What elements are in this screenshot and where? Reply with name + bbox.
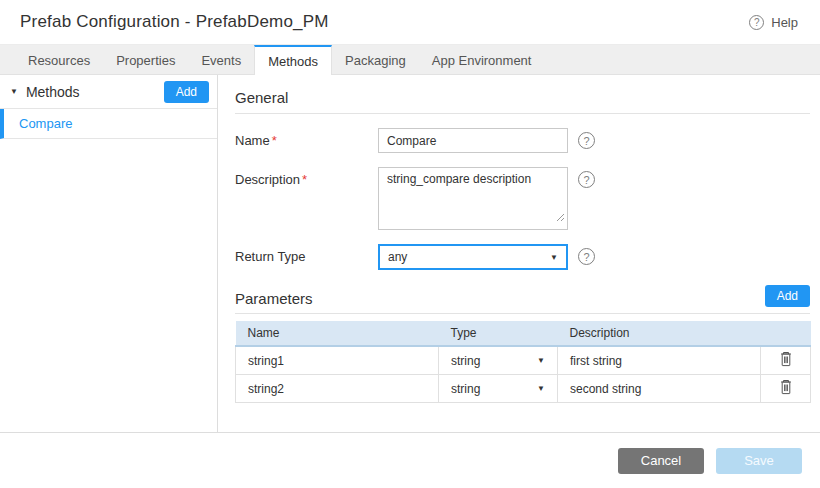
param-description-cell[interactable]: first string [558,346,761,375]
parameters-section-title: Parameters [235,290,313,307]
title-bar: Prefab Configuration - PrefabDemo_PM ? H… [0,0,820,45]
name-field-row: Name* ? [235,128,810,153]
table-row: string2 string ▼ second string [236,375,811,403]
tab-methods[interactable]: Methods [254,45,332,75]
help-button[interactable]: ? Help [749,15,798,30]
method-detail-panel: General Name* ? Description* string_comp… [218,75,820,432]
param-type-value: string [451,382,480,396]
name-help-icon[interactable]: ? [578,132,595,149]
param-type-select[interactable]: string ▼ [451,354,545,368]
sidebar-item-compare[interactable]: Compare [0,109,217,139]
page-title: Prefab Configuration - PrefabDemo_PM [20,12,749,32]
return-type-value: any [388,250,407,264]
dropdown-caret-icon: ▼ [537,356,545,365]
parameters-table: Name Type Description string1 string ▼ [235,321,811,403]
param-type-value: string [451,354,480,368]
param-action-cell [761,375,811,403]
description-textarea[interactable]: string_compare description [378,167,568,230]
sidebar: ▼ Methods Add Compare [0,75,218,432]
name-label: Name* [235,128,378,148]
question-glyph: ? [583,251,589,263]
tab-bar: Resources Properties Events Methods Pack… [0,45,820,75]
tab-app-environment[interactable]: App Environment [419,45,545,74]
table-row: string1 string ▼ first string [236,346,811,375]
return-type-select[interactable]: any ▼ [378,244,568,270]
help-label: Help [771,15,798,30]
return-type-label: Return Type [235,244,378,264]
parameters-table-header-row: Name Type Description [236,321,811,346]
trash-icon [779,379,793,395]
required-asterisk: * [302,172,307,187]
question-glyph: ? [583,174,589,186]
description-help-icon[interactable]: ? [578,171,595,188]
save-button[interactable]: Save [716,448,802,474]
param-action-cell [761,346,811,375]
name-label-text: Name [235,133,270,148]
param-type-cell: string ▼ [439,346,558,375]
name-input[interactable] [378,128,568,153]
prefab-configuration-dialog: Prefab Configuration - PrefabDemo_PM ? H… [0,0,820,488]
param-type-cell: string ▼ [439,375,558,403]
trash-icon [779,351,793,367]
sidebar-section-title: Methods [26,84,164,100]
param-name-cell[interactable]: string1 [236,346,439,375]
tab-properties[interactable]: Properties [103,45,188,74]
description-textarea-wrap: string_compare description [378,167,568,230]
column-header-name: Name [236,321,439,346]
delete-parameter-button[interactable] [779,379,793,395]
column-header-actions [761,321,811,346]
tab-events[interactable]: Events [188,45,254,74]
parameters-header: Parameters Add [235,285,810,314]
help-icon-glyph: ? [754,17,760,28]
param-type-select[interactable]: string ▼ [451,382,545,396]
description-field-row: Description* string_compare description … [235,167,810,230]
column-header-description: Description [558,321,761,346]
return-type-help-icon[interactable]: ? [578,248,595,265]
add-method-button[interactable]: Add [164,81,209,103]
dropdown-caret-icon: ▼ [537,384,545,393]
param-description-cell[interactable]: second string [558,375,761,403]
delete-parameter-button[interactable] [779,351,793,367]
tab-resources[interactable]: Resources [15,45,103,74]
cancel-button[interactable]: Cancel [618,448,704,474]
resize-grip-icon[interactable] [555,208,565,226]
required-asterisk: * [272,133,277,148]
description-label-text: Description [235,172,300,187]
return-type-field-row: Return Type any ▼ ? [235,244,810,270]
sidebar-header: ▼ Methods Add [0,75,217,109]
return-type-label-text: Return Type [235,249,306,264]
dialog-footer: Cancel Save [0,432,820,488]
column-header-type: Type [439,321,558,346]
description-label: Description* [235,167,378,187]
param-name-cell[interactable]: string2 [236,375,439,403]
dropdown-caret-icon: ▼ [550,253,558,262]
main-area: ▼ Methods Add Compare General Name* ? De… [0,75,820,432]
add-parameter-button[interactable]: Add [765,285,810,307]
chevron-down-icon[interactable]: ▼ [10,87,18,96]
general-section-title: General [235,83,810,114]
help-icon: ? [749,15,764,30]
question-glyph: ? [583,135,589,147]
tab-packaging[interactable]: Packaging [332,45,419,74]
